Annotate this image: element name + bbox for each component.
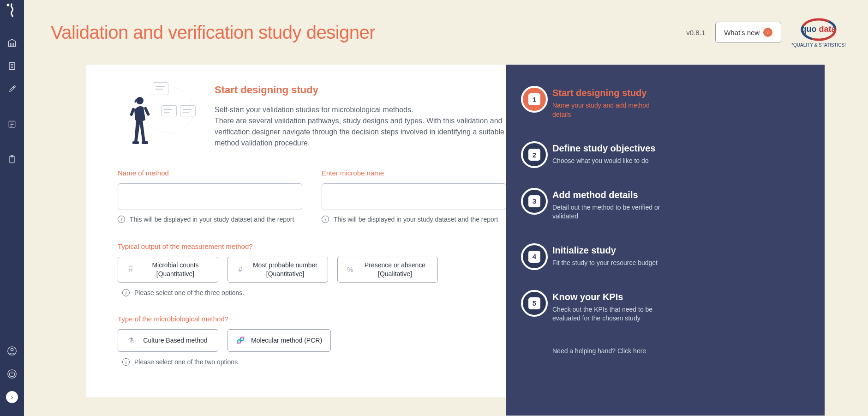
step-sub: Check out the KPIs that need to be evalu…	[552, 305, 663, 323]
microbe-name-label: Enter microbe name	[322, 169, 506, 177]
grid-icon: ⠿	[126, 265, 135, 274]
output-option-mpn[interactable]: # Most probable number[Quantitative]	[227, 257, 328, 283]
svg-rect-20	[130, 108, 135, 116]
institution-icon[interactable]	[6, 37, 18, 49]
step-title: Initialize study	[552, 245, 658, 256]
helper-text: Please select one of the two options.	[134, 358, 239, 366]
svg-point-0	[7, 4, 10, 6]
step-3[interactable]: 3 Add method details Detail out the meth…	[552, 190, 806, 221]
clipboard-icon[interactable]	[6, 153, 18, 165]
output-option-microbial-counts[interactable]: ⠿ Microbial counts[Quantitative]	[118, 257, 218, 283]
report-icon[interactable]	[6, 118, 18, 130]
method-name-label: Name of method	[118, 169, 302, 177]
expand-sidebar-button[interactable]: ›	[6, 391, 18, 403]
info-icon: i	[122, 358, 130, 366]
illustration	[118, 82, 201, 151]
step-title: Know your KPIs	[552, 292, 663, 302]
page-title: Validation and verification study design…	[51, 22, 375, 43]
svg-rect-19	[144, 107, 150, 116]
helper-text: This will be displayed in your study dat…	[334, 216, 498, 223]
method-type-label: Type of the microbiological method?	[118, 315, 506, 323]
step-5[interactable]: 5 Know your KPIs Check out the KPIs that…	[552, 292, 806, 323]
microbe-name-input[interactable]	[322, 183, 506, 210]
info-icon: i	[118, 216, 125, 223]
user-icon[interactable]	[6, 345, 18, 357]
brand-logo[interactable]: quo data *QUALITY & STATISTICS!	[791, 18, 846, 48]
document-icon[interactable]	[6, 60, 18, 72]
hash-icon: #	[236, 265, 245, 274]
app-logo[interactable]	[4, 2, 20, 18]
info-icon: i	[122, 289, 130, 296]
type-option-molecular[interactable]: 🧬 Molecular method (PCR)	[227, 329, 331, 352]
svg-rect-22	[142, 141, 148, 144]
help-link[interactable]: Need a helping hand? Click here	[552, 347, 806, 355]
version-text: v0.8.1	[686, 29, 705, 36]
dna-icon: 🧬	[236, 336, 245, 344]
step-sub: Choose what you would like to do	[552, 157, 655, 166]
step-sub: Fit the study to your resource budget	[552, 259, 658, 268]
svg-point-12	[11, 349, 13, 351]
info-icon: i	[763, 28, 772, 37]
card-desc: Self-start your validation studies for m…	[215, 104, 506, 149]
flask-icon: ⚗	[126, 336, 135, 344]
step-2[interactable]: 2 Define study objectives Choose what yo…	[552, 143, 806, 166]
percent-icon: %	[346, 265, 354, 274]
output-type-label: Typical output of the measurement method…	[118, 242, 506, 250]
helper-text: Please select one of the three options.	[134, 289, 244, 296]
card-heading: Start designing study	[215, 84, 506, 96]
page-header: Validation and verification study design…	[24, 0, 868, 65]
sidebar-nav: ›	[0, 0, 24, 416]
dropper-icon[interactable]	[6, 83, 18, 95]
whats-new-label: What's new	[724, 29, 760, 36]
step-sub: Detail out the method to be verified or …	[552, 203, 663, 221]
step-sub: Name your study and add method details	[552, 101, 663, 119]
power-icon[interactable]	[6, 368, 18, 380]
step-title: Add method details	[552, 190, 663, 200]
method-name-input[interactable]	[118, 183, 302, 210]
info-icon: i	[322, 216, 329, 223]
step-title: Start designing study	[552, 88, 663, 98]
step-title: Define study objectives	[552, 143, 655, 154]
brand-tagline: *QUALITY & STATISTICS!	[791, 42, 846, 48]
svg-rect-21	[132, 141, 139, 144]
whats-new-button[interactable]: What's new i	[715, 22, 781, 43]
step-1[interactable]: 1 Start designing study Name your study …	[552, 88, 806, 119]
helper-text: This will be displayed in your study dat…	[130, 216, 294, 223]
steps-panel: 1 Start designing study Name your study …	[506, 65, 825, 416]
output-option-presence[interactable]: % Presence or absence[Qualitative]	[337, 257, 438, 283]
svg-point-18	[136, 97, 144, 104]
type-option-culture[interactable]: ⚗ Culture Based method	[118, 329, 218, 352]
step-4[interactable]: 4 Initialize study Fit the study to your…	[552, 245, 806, 268]
